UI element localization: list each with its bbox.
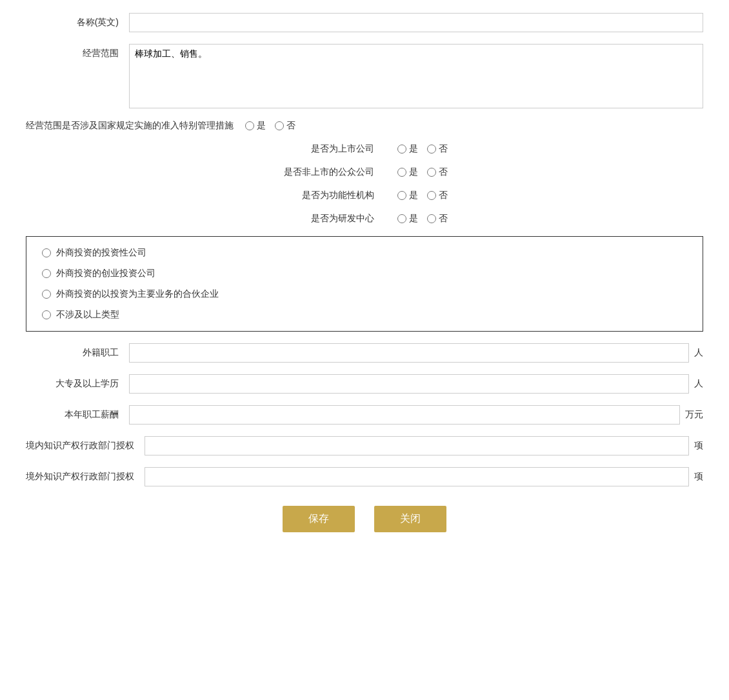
domestic-ip-unit: 项 (694, 440, 703, 452)
listed-company-label: 是否为上市公司 (281, 143, 384, 155)
functional-no-option[interactable]: 否 (427, 190, 448, 201)
rd-yes-radio[interactable] (397, 214, 406, 223)
rd-yes-option[interactable]: 是 (397, 213, 418, 225)
non-listed-no-label: 否 (439, 166, 448, 178)
listed-no-radio[interactable] (427, 145, 436, 154)
domestic-ip-label: 境内知识产权行政部门授权 (26, 440, 145, 452)
form-container: 各称(英文) 经营范围 棒球加工、销售。 经营范围是否涉及国家规定实施的准入特别… (26, 13, 703, 532)
foreign-ip-input[interactable] (145, 467, 689, 486)
non-listed-radio-group: 是 否 (397, 166, 448, 178)
special-management-no-option[interactable]: 否 (275, 120, 295, 132)
investment-option-4[interactable]: 不涉及以上类型 (42, 309, 687, 321)
functional-row: 是否为功能性机构 是 否 (26, 190, 703, 201)
listed-no-option[interactable]: 否 (427, 143, 448, 155)
listed-company-radio-group: 是 否 (397, 143, 448, 155)
college-education-input[interactable] (129, 374, 689, 394)
investment-radio-2[interactable] (42, 269, 51, 278)
foreign-ip-label: 境外知识产权行政部门授权 (26, 471, 145, 483)
foreign-staff-label: 外籍职工 (26, 347, 129, 359)
functional-no-radio[interactable] (427, 191, 436, 200)
non-listed-public-row: 是否非上市的公众公司 是 否 (26, 166, 703, 178)
investment-option-2[interactable]: 外商投资的创业投资公司 (42, 268, 687, 279)
listed-yes-option[interactable]: 是 (397, 143, 418, 155)
business-scope-label: 经营范围 (26, 44, 129, 59)
button-row: 保存 关闭 (26, 506, 703, 532)
name-en-label: 各称(英文) (26, 17, 129, 28)
functional-yes-option[interactable]: 是 (397, 190, 418, 201)
domestic-ip-row: 境内知识产权行政部门授权 项 (26, 436, 703, 455)
listed-no-label: 否 (439, 143, 448, 155)
foreign-staff-input[interactable] (129, 343, 689, 363)
functional-yes-label: 是 (409, 190, 418, 201)
rd-yes-label: 是 (409, 213, 418, 225)
special-management-no-radio[interactable] (275, 121, 284, 130)
special-management-no-label: 否 (286, 120, 295, 132)
listed-yes-radio[interactable] (397, 145, 406, 154)
listed-company-row: 是否为上市公司 是 否 (26, 143, 703, 155)
special-management-yes-label: 是 (257, 120, 266, 132)
foreign-staff-row: 外籍职工 人 (26, 343, 703, 363)
listed-yes-label: 是 (409, 143, 418, 155)
rd-no-radio[interactable] (427, 214, 436, 223)
foreign-ip-unit: 项 (694, 471, 703, 483)
rd-radio-group: 是 否 (397, 213, 448, 225)
investment-radio-3[interactable] (42, 290, 51, 299)
college-education-unit: 人 (694, 378, 703, 390)
foreign-ip-row: 境外知识产权行政部门授权 项 (26, 467, 703, 486)
investment-radio-4[interactable] (42, 310, 51, 319)
functional-yes-radio[interactable] (397, 191, 406, 200)
investment-label-2: 外商投资的创业投资公司 (56, 268, 155, 279)
non-listed-public-label: 是否非上市的公众公司 (281, 166, 384, 178)
special-management-radio-group: 是 否 (245, 120, 295, 132)
investment-option-3[interactable]: 外商投资的以投资为主要业务的合伙企业 (42, 288, 687, 300)
business-scope-row: 经营范围 棒球加工、销售。 (26, 44, 703, 108)
special-management-row: 经营范围是否涉及国家规定实施的准入特别管理措施 是 否 (26, 120, 703, 132)
non-listed-yes-label: 是 (409, 166, 418, 178)
close-button[interactable]: 关闭 (374, 506, 446, 532)
investment-type-box: 外商投资的投资性公司 外商投资的创业投资公司 外商投资的以投资为主要业务的合伙企… (26, 236, 703, 332)
rd-no-option[interactable]: 否 (427, 213, 448, 225)
investment-radio-1[interactable] (42, 248, 51, 257)
functional-no-label: 否 (439, 190, 448, 201)
investment-label-3: 外商投资的以投资为主要业务的合伙企业 (56, 288, 219, 300)
special-management-yes-option[interactable]: 是 (245, 120, 266, 132)
business-scope-textarea[interactable]: 棒球加工、销售。 (129, 44, 703, 108)
college-education-label: 大专及以上学历 (26, 378, 129, 390)
investment-label-4: 不涉及以上类型 (56, 309, 119, 321)
non-listed-yes-radio[interactable] (397, 168, 406, 177)
annual-salary-row: 本年职工薪酬 万元 (26, 405, 703, 425)
name-en-input[interactable] (129, 13, 703, 32)
rd-center-label: 是否为研发中心 (281, 213, 384, 225)
annual-salary-label: 本年职工薪酬 (26, 409, 129, 421)
annual-salary-input[interactable] (129, 405, 680, 425)
name-en-row: 各称(英文) (26, 13, 703, 32)
foreign-staff-unit: 人 (694, 347, 703, 359)
functional-label: 是否为功能性机构 (281, 190, 384, 201)
non-listed-no-radio[interactable] (427, 168, 436, 177)
college-education-row: 大专及以上学历 人 (26, 374, 703, 394)
domestic-ip-input[interactable] (145, 436, 689, 455)
special-management-yes-radio[interactable] (245, 121, 254, 130)
rd-center-row: 是否为研发中心 是 否 (26, 213, 703, 225)
non-listed-yes-option[interactable]: 是 (397, 166, 418, 178)
rd-no-label: 否 (439, 213, 448, 225)
non-listed-no-option[interactable]: 否 (427, 166, 448, 178)
investment-option-1[interactable]: 外商投资的投资性公司 (42, 247, 687, 259)
investment-label-1: 外商投资的投资性公司 (56, 247, 146, 259)
special-management-label: 经营范围是否涉及国家规定实施的准入特别管理措施 (26, 120, 245, 132)
functional-radio-group: 是 否 (397, 190, 448, 201)
save-button[interactable]: 保存 (283, 506, 355, 532)
annual-salary-unit: 万元 (685, 409, 703, 421)
